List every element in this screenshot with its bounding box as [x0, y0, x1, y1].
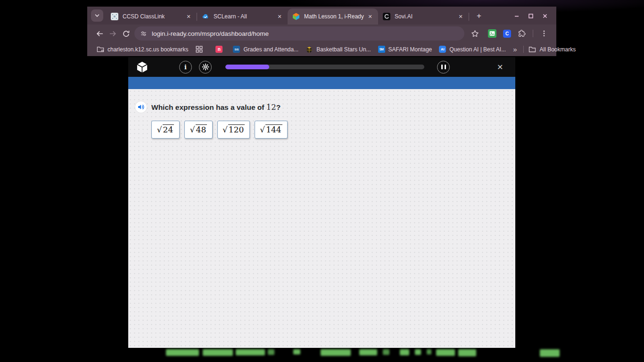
- tab-sovi-ai[interactable]: Sovi.AI ✕: [378, 8, 469, 25]
- browser-window: CCSD ClassLink ✕ SCLearn - All ✕: [87, 7, 556, 348]
- window-controls: [512, 11, 556, 25]
- back-button[interactable]: [93, 27, 106, 40]
- info-icon: i: [184, 64, 187, 71]
- desktop: CCSD ClassLink ✕ SCLearn - All ✕: [0, 0, 644, 362]
- radicand: 24: [163, 124, 174, 135]
- answer-choice-sqrt-24[interactable]: √24: [151, 121, 180, 139]
- tab-close-button[interactable]: ✕: [184, 12, 193, 21]
- question-after: ?: [276, 103, 281, 111]
- read-aloud-button[interactable]: [135, 101, 147, 113]
- apps-grid-icon: [195, 46, 203, 53]
- answer-choice-sqrt-144[interactable]: √144: [255, 121, 287, 139]
- apps-shortcut[interactable]: [195, 46, 203, 53]
- toolbar-actions: C: [468, 27, 552, 40]
- lesson-close-button[interactable]: ✕: [497, 63, 503, 72]
- tab-ccsd-classlink[interactable]: CCSD ClassLink ✕: [106, 8, 197, 25]
- iready-cube-logo-icon: [136, 61, 148, 74]
- menu-button[interactable]: [537, 27, 551, 40]
- pause-icon: [441, 65, 446, 69]
- managed-folder-label: charleston.k12.sc.us bookmarks: [107, 46, 188, 53]
- sclearn-cloud-favicon: [202, 13, 209, 20]
- reload-button[interactable]: [119, 27, 132, 40]
- bookmark-label: Basketball Stars Un...: [316, 46, 371, 53]
- bookmark-label: Question AI | Best AI...: [449, 46, 506, 53]
- bookmark-star-button[interactable]: [468, 27, 481, 40]
- forward-button[interactable]: [106, 27, 119, 40]
- lesson-progress-fill: [225, 65, 269, 69]
- n-bookmark-icon: n: [215, 46, 223, 53]
- radical-sign: √: [157, 125, 162, 134]
- radicand: 144: [265, 124, 282, 135]
- tab-label: Sovi.AI: [395, 13, 456, 20]
- answer-choices: √24 √48 √120 √144: [151, 121, 515, 139]
- question-ai-icon: AI: [439, 46, 446, 53]
- sovi-ai-favicon: [383, 13, 390, 20]
- chevron-down-icon: [94, 13, 100, 18]
- answer-choice-sqrt-48[interactable]: √48: [184, 121, 213, 139]
- minimize-button[interactable]: [512, 11, 521, 21]
- tab-separator: [469, 13, 469, 21]
- tab-search-button[interactable]: [91, 9, 103, 22]
- tab-label: CCSD ClassLink: [123, 13, 184, 20]
- site-settings-icon[interactable]: [140, 30, 147, 37]
- browser-toolbar: login.i-ready.com/mspro/dashboard/home C: [87, 25, 556, 42]
- bookmarks-bar: charleston.k12.sc.us bookmarks n SIS Gra…: [87, 42, 556, 56]
- safari-montage-icon: SM: [378, 46, 385, 53]
- address-bar[interactable]: login.i-ready.com/mspro/dashboard/home: [134, 26, 464, 41]
- green-photo-extension-icon: [488, 29, 496, 38]
- tab-close-button[interactable]: ✕: [275, 12, 284, 21]
- question-text: Which expression has a value of 12?: [151, 103, 281, 112]
- lesson-progress-bar: [225, 65, 424, 69]
- lesson-content: Which expression has a value of 12? √24 …: [128, 89, 515, 348]
- bookmark-grades-attendance[interactable]: SIS Grades and Attenda...: [233, 46, 298, 53]
- basketball-bookmark-icon: [305, 46, 313, 53]
- tab-label: Math Lesson 1, i-Ready: [304, 13, 366, 20]
- bookmarks-overflow-chevron[interactable]: »: [513, 45, 517, 53]
- all-bookmarks-label: All Bookmarks: [539, 46, 576, 53]
- url-text: login.i-ready.com/mspro/dashboard/home: [152, 30, 269, 37]
- maximize-icon: [527, 12, 535, 20]
- radical-sign: √: [190, 125, 195, 134]
- bookmark-label: Grades and Attenda...: [243, 46, 298, 53]
- radical-sign: √: [260, 125, 265, 134]
- extensions-button[interactable]: [515, 27, 528, 40]
- wallpaper-green-text: [0, 349, 644, 362]
- forward-icon: [109, 30, 117, 38]
- bookmarks-separator: [523, 46, 524, 53]
- bookmark-label: SAFARI Montage: [388, 46, 432, 53]
- folder-icon: [528, 46, 536, 53]
- bookmark-n[interactable]: n: [215, 46, 226, 53]
- tab-label: SCLearn - All: [214, 13, 275, 20]
- close-window-button[interactable]: [540, 11, 550, 21]
- lesson-blue-banner: [128, 77, 515, 89]
- question-row: Which expression has a value of 12?: [135, 101, 515, 113]
- bookmark-basketball-stars[interactable]: Basketball Stars Un...: [305, 46, 371, 53]
- iready-lesson-player: i: [128, 57, 515, 348]
- tab-iready-active[interactable]: Math Lesson 1, i-Ready ✕: [288, 8, 378, 25]
- speaker-icon: [137, 103, 145, 111]
- screenshot-extension-button[interactable]: [486, 27, 499, 40]
- bookmark-question-ai[interactable]: AI Question AI | Best AI...: [439, 46, 506, 53]
- back-icon: [96, 30, 104, 38]
- maximize-button[interactable]: [526, 11, 536, 21]
- tab-strip: CCSD ClassLink ✕ SCLearn - All ✕: [87, 7, 556, 25]
- gear-icon: [202, 63, 209, 71]
- info-button[interactable]: i: [179, 61, 192, 74]
- page-content: i: [87, 56, 556, 348]
- all-bookmarks-button[interactable]: All Bookmarks: [528, 46, 576, 53]
- pause-button[interactable]: [437, 61, 450, 74]
- tab-close-button[interactable]: ✕: [456, 12, 465, 21]
- c-extension-icon[interactable]: C: [503, 30, 511, 38]
- minimize-icon: [513, 12, 520, 20]
- ccsd-classlink-favicon: [111, 13, 118, 20]
- tab-sclearn[interactable]: SCLearn - All ✕: [197, 8, 288, 25]
- tab-close-button[interactable]: ✕: [366, 12, 374, 21]
- new-tab-button[interactable]: +: [473, 10, 485, 22]
- settings-button[interactable]: [199, 61, 212, 74]
- bookmarks-right: » All Bookmarks: [513, 45, 576, 53]
- bookmark-safari-montage[interactable]: SM SAFARI Montage: [378, 46, 432, 53]
- radicand: 48: [196, 124, 207, 135]
- managed-bookmarks-folder[interactable]: charleston.k12.sc.us bookmarks: [97, 46, 188, 53]
- reload-icon: [122, 30, 130, 38]
- answer-choice-sqrt-120[interactable]: √120: [217, 121, 250, 139]
